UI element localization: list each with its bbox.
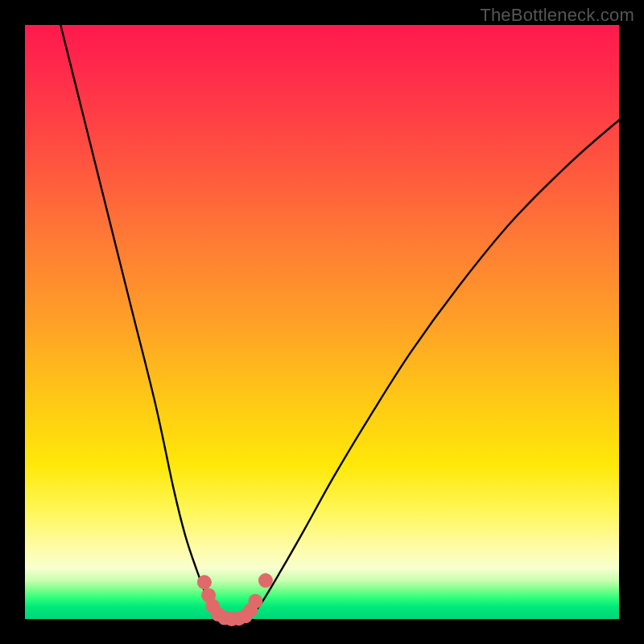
highlight-dot (197, 575, 212, 589)
curve-layer (25, 25, 619, 619)
chart-frame: TheBottleneck.com (0, 0, 644, 644)
curve-left-branch (60, 25, 217, 617)
highlight-dot (258, 573, 273, 588)
plot-area (25, 25, 619, 619)
highlight-dots (197, 573, 273, 626)
watermark-text: TheBottleneck.com (480, 5, 634, 26)
highlight-dot (248, 594, 262, 609)
curve-right-branch (250, 120, 619, 617)
